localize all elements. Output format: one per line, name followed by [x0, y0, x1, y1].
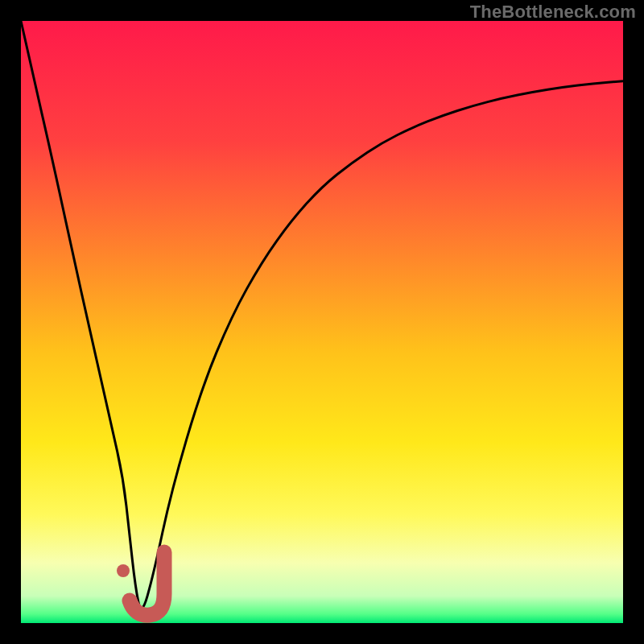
plot-svg	[21, 21, 623, 623]
gradient-background	[21, 21, 623, 623]
outer-frame: TheBottleneck.com	[0, 0, 644, 644]
watermark-label: TheBottleneck.com	[470, 2, 636, 23]
j-marker-dot-icon	[117, 564, 130, 577]
plot-area	[21, 21, 623, 623]
